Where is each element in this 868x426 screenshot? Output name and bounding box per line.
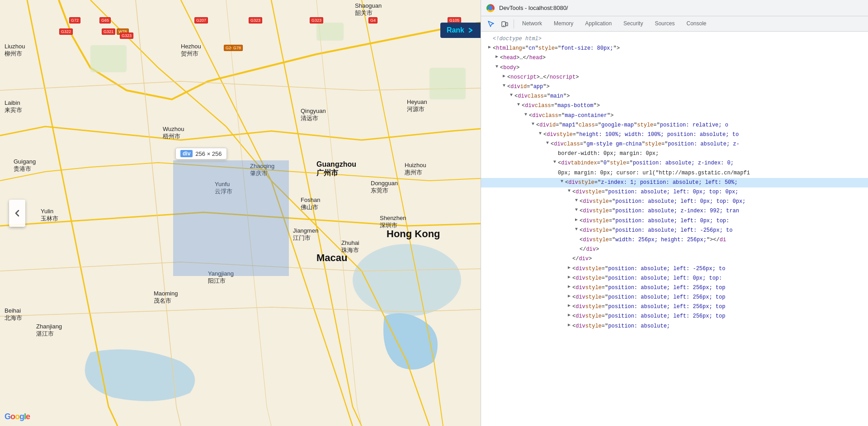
triangle-div-pos-abs1[interactable] bbox=[566, 188, 572, 194]
html-line-div-left0b[interactable]: <div style="position: absolute; left: 0p… bbox=[481, 274, 868, 283]
html-line-div-pos-abs2[interactable]: <div style="position: absolute; left: 0p… bbox=[481, 197, 868, 206]
html-line-div-main[interactable]: <div class="main"> bbox=[481, 92, 868, 101]
tooltip-dimensions: 256 × 256 bbox=[195, 150, 222, 157]
html-line-div-height100[interactable]: <div style="height: 100%; width: 100%; p… bbox=[481, 130, 868, 140]
html-line-head[interactable]: <head>…</head> bbox=[481, 53, 868, 63]
triangle-head[interactable] bbox=[494, 54, 500, 60]
triangle-div-main[interactable] bbox=[508, 92, 514, 98]
html-line-div-maps-bottom[interactable]: <div class="maps-bottom"> bbox=[481, 101, 868, 111]
html-line-doctype: <!doctype html> bbox=[481, 34, 868, 44]
triangle-div-left-256b[interactable] bbox=[566, 265, 572, 271]
devtools-panel: DevTools - localhost:8080/ Network Memor… bbox=[481, 0, 868, 426]
html-line-div-left256a[interactable]: <div style="position: absolute; left: 25… bbox=[481, 283, 868, 293]
triangle-div-left-256[interactable] bbox=[573, 226, 580, 233]
html-line-div-map1[interactable]: <div id="map1" class="google-map" style=… bbox=[481, 121, 868, 130]
html-line-div-zindex1[interactable]: <div style="z-index: 1; position: absolu… bbox=[481, 178, 868, 187]
html-line-div-left256b[interactable]: <div style="position: absolute; left: 25… bbox=[481, 293, 868, 302]
devtools-toolbar: Network Memory Application Security Sour… bbox=[481, 16, 868, 32]
html-line-body[interactable]: <body> bbox=[481, 63, 868, 73]
triangle-div-tabindex[interactable] bbox=[552, 159, 558, 165]
google-logo: Google bbox=[5, 412, 30, 421]
html-line-div-pos-last[interactable]: <div style="position: absolute; left: 25… bbox=[481, 312, 868, 321]
triangle-html[interactable] bbox=[486, 44, 493, 51]
html-line-div-pos-last2[interactable]: <div style="position: absolute; bbox=[481, 322, 868, 331]
html-line-close-div-1: </div> bbox=[481, 245, 868, 254]
map-highlight-tile bbox=[173, 160, 289, 276]
triangle-div-pos-last2[interactable] bbox=[566, 322, 572, 328]
triangle-div-maps-bottom[interactable] bbox=[515, 102, 522, 108]
triangle-body[interactable] bbox=[494, 64, 500, 70]
html-line-div-app[interactable]: <div id="app"> bbox=[481, 82, 868, 92]
html-line-noscript[interactable]: <noscript>…</noscript> bbox=[481, 73, 868, 82]
device-toolbar-icon[interactable] bbox=[498, 18, 511, 30]
html-line-div-left0[interactable]: <div style="position: absolute; left: 0p… bbox=[481, 216, 868, 226]
html-line-div-zindex992[interactable]: <div style="position: absolute; z-index:… bbox=[481, 206, 868, 216]
toolbar-sep-1 bbox=[514, 19, 514, 28]
svg-rect-4 bbox=[429, 68, 466, 99]
tab-application[interactable]: Application bbox=[580, 16, 617, 32]
triangle-div-left0[interactable] bbox=[573, 217, 580, 223]
html-line-div-pos-abs1[interactable]: <div style="position: absolute; left: 0p… bbox=[481, 187, 868, 197]
html-line-border: border-width: 0px; margin: 0px; bbox=[481, 149, 868, 159]
tab-security[interactable]: Security bbox=[618, 16, 648, 32]
triangle-div-zindex992[interactable] bbox=[573, 207, 580, 213]
triangle-div-pos-abs2[interactable] bbox=[573, 197, 580, 204]
svg-rect-3 bbox=[316, 23, 344, 41]
inspect-element-icon[interactable] bbox=[485, 18, 497, 30]
triangle-div-gmstyle[interactable] bbox=[544, 140, 551, 146]
chrome-icon bbox=[486, 4, 495, 12]
svg-rect-6 bbox=[506, 23, 508, 26]
triangle-div-left256a[interactable] bbox=[566, 284, 572, 290]
html-line-close-div-2: </div> bbox=[481, 254, 868, 264]
rank-button[interactable]: Rank bbox=[440, 23, 481, 38]
devtools-titlebar: DevTools - localhost:8080/ bbox=[481, 0, 868, 16]
tooltip-tag: div bbox=[180, 150, 193, 157]
triangle-div-app[interactable] bbox=[501, 83, 507, 89]
html-line-div-left-256[interactable]: <div style="position: absolute; left: -2… bbox=[481, 226, 868, 235]
map-container: Liuzhou柳州市 Laibin来宾市 Guigang贵港市 Yulin玉林市… bbox=[0, 0, 481, 426]
nav-arrow-left[interactable] bbox=[9, 200, 25, 227]
html-line-cursor: 0px; margin: 0px; cursor: url("http://ma… bbox=[481, 169, 868, 178]
triangle-div-map-container[interactable] bbox=[523, 112, 529, 118]
devtools-html-content[interactable]: <!doctype html> <html lang="cn" style="f… bbox=[481, 32, 868, 426]
tab-sources[interactable]: Sources bbox=[649, 16, 680, 32]
svg-point-1 bbox=[353, 244, 461, 316]
devtools-title: DevTools - localhost:8080/ bbox=[499, 5, 568, 11]
triangle-div-left256c[interactable] bbox=[566, 303, 572, 309]
triangle-div-left256b[interactable] bbox=[566, 293, 572, 300]
triangle-noscript[interactable] bbox=[501, 73, 507, 80]
map-tooltip: div 256 × 256 bbox=[175, 148, 227, 159]
triangle-div-map1[interactable] bbox=[530, 121, 536, 127]
tab-memory[interactable]: Memory bbox=[548, 16, 579, 32]
triangle-div-height100[interactable] bbox=[537, 131, 543, 137]
html-line-div-left-256b[interactable]: <div style="position: absolute; left: -2… bbox=[481, 264, 868, 274]
html-line-html[interactable]: <html lang="cn" style="font-size: 80px;"… bbox=[481, 44, 868, 53]
html-line-div-gmstyle[interactable]: <div class="gm-style gm-china" style="po… bbox=[481, 140, 868, 149]
html-line-div-map-container[interactable]: <div class="map-container"> bbox=[481, 111, 868, 121]
rank-button-label: Rank bbox=[447, 26, 464, 34]
triangle-div-zindex1[interactable] bbox=[559, 178, 565, 185]
html-line-div-tabindex[interactable]: <div tabindex="0" style="position: absol… bbox=[481, 159, 868, 168]
html-line-div-left256c[interactable]: <div style="position: absolute; left: 25… bbox=[481, 302, 868, 312]
triangle-div-left0b[interactable] bbox=[566, 274, 572, 281]
tab-console[interactable]: Console bbox=[681, 16, 712, 32]
html-line-div-width256[interactable]: <div style="width: 256px; height: 256px;… bbox=[481, 235, 868, 245]
tab-network[interactable]: Network bbox=[517, 16, 547, 32]
triangle-div-pos-last[interactable] bbox=[566, 312, 572, 318]
svg-rect-2 bbox=[90, 45, 127, 72]
